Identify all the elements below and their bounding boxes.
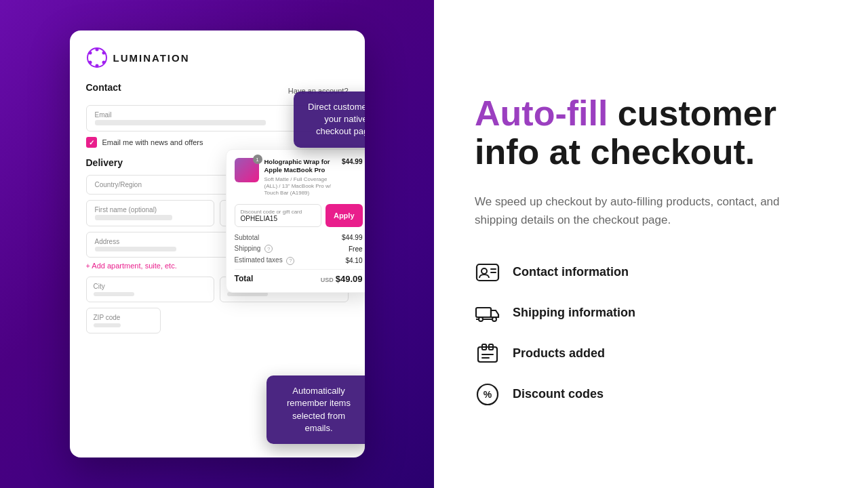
- checkout-card: LUMINATION Contact Have an account? Emai…: [70, 30, 365, 458]
- svg-point-2: [102, 52, 105, 55]
- svg-point-5: [88, 61, 92, 64]
- shipping-value: Free: [349, 245, 363, 253]
- apply-button[interactable]: Apply: [326, 204, 363, 227]
- products-icon: [475, 341, 500, 367]
- product-desc: Soft Matte / Full Coverage (ALL) / 13" M…: [264, 176, 336, 197]
- discount-label: Discount code or gift card: [241, 209, 315, 215]
- logo-text: LUMINATION: [113, 52, 190, 64]
- feature-contact-label: Contact information: [513, 265, 629, 279]
- feature-contact: Contact information: [475, 260, 827, 285]
- shipping-icon: [475, 300, 500, 326]
- tooltip-top: Direct customers to your native checkout…: [294, 92, 365, 148]
- svg-point-12: [479, 317, 483, 321]
- state-value: [227, 292, 268, 296]
- svg-point-13: [492, 317, 496, 321]
- zip-label: ZIP code: [94, 314, 153, 321]
- product-info: Holographic Wrap for Apple MacBook Pro S…: [264, 158, 336, 197]
- total-line: Total USD$49.09: [235, 274, 363, 284]
- svg-point-4: [95, 64, 98, 68]
- total-label: Total: [235, 274, 254, 283]
- city-field[interactable]: City: [86, 277, 215, 302]
- feature-discount-label: Discount codes: [513, 387, 604, 401]
- subtotal-value: $44.99: [342, 234, 363, 241]
- address-label: Address: [95, 238, 176, 245]
- discount-code: OPHELIA15: [241, 215, 315, 222]
- country-label: Country/Region: [95, 181, 142, 188]
- headline-black2: info at checkout.: [475, 132, 755, 171]
- summary-divider: [235, 269, 363, 270]
- taxes-label: Estimated taxes ?: [235, 256, 295, 265]
- feature-list: Contact information Shipping information: [475, 260, 827, 407]
- feature-products: Products added: [475, 341, 827, 367]
- contact-title: Contact: [86, 82, 121, 93]
- product-badge: 1: [253, 155, 262, 164]
- taxes-line: Estimated taxes ? $4.10: [235, 256, 363, 265]
- headline: Auto-fill customer info at checkout.: [475, 94, 827, 171]
- feature-discount: % Discount codes: [475, 382, 827, 407]
- feature-shipping-label: Shipping information: [513, 306, 635, 320]
- zip-field[interactable]: ZIP code: [86, 308, 161, 333]
- first-name-field[interactable]: First name (optional): [86, 200, 215, 226]
- email-value: [95, 120, 267, 125]
- svg-point-1: [95, 48, 98, 52]
- headline-purple: Auto-fill: [475, 94, 608, 133]
- subtitle: We speed up checkout by auto-filling pro…: [475, 192, 800, 229]
- headline-black1: customer: [608, 94, 776, 133]
- taxes-value: $4.10: [345, 257, 362, 264]
- taxes-info-icon: ?: [286, 257, 294, 265]
- total-value: USD$49.09: [321, 274, 363, 284]
- total-currency: USD: [321, 277, 334, 283]
- feature-products-label: Products added: [513, 346, 605, 361]
- product-name: Holographic Wrap for Apple MacBook Pro: [264, 158, 336, 175]
- left-panel: LUMINATION Contact Have an account? Emai…: [0, 0, 434, 488]
- svg-rect-11: [476, 308, 491, 317]
- discount-row: Discount code or gift card OPHELIA15 App…: [235, 204, 363, 227]
- checkbox-checked-icon[interactable]: [86, 137, 97, 148]
- city-label: City: [94, 283, 208, 290]
- product-price: $44.99: [342, 158, 363, 197]
- logo-area: LUMINATION: [86, 47, 349, 68]
- zip-value: [94, 323, 121, 327]
- first-name-label: First name (optional): [95, 206, 206, 214]
- order-summary-panel: 1 Holographic Wrap for Apple MacBook Pro…: [226, 149, 365, 293]
- newsletter-label: Email me with news and offers: [102, 138, 203, 146]
- right-panel: Auto-fill customer info at checkout. We …: [434, 0, 868, 488]
- subtotal-label: Subtotal: [235, 234, 260, 241]
- svg-point-8: [481, 268, 487, 274]
- discount-icon: %: [475, 382, 500, 407]
- first-name-value: [95, 215, 172, 220]
- city-value: [94, 292, 134, 296]
- shipping-line: Shipping ? Free: [235, 245, 363, 253]
- svg-point-6: [88, 52, 92, 55]
- address-value: [95, 247, 176, 251]
- svg-point-3: [102, 61, 105, 64]
- logo-icon: [86, 47, 108, 68]
- shipping-info-icon: ?: [264, 245, 273, 253]
- shipping-label: Shipping ?: [235, 245, 273, 253]
- svg-text:%: %: [484, 389, 492, 400]
- product-image: 1: [235, 158, 259, 182]
- tooltip-bottom: Automatically remember items selected fr…: [267, 375, 365, 444]
- subtotal-line: Subtotal $44.99: [235, 234, 363, 241]
- product-row: 1 Holographic Wrap for Apple MacBook Pro…: [235, 158, 363, 197]
- contact-icon: [475, 260, 500, 285]
- feature-shipping: Shipping information: [475, 300, 827, 326]
- discount-input[interactable]: Discount code or gift card OPHELIA15: [235, 204, 321, 227]
